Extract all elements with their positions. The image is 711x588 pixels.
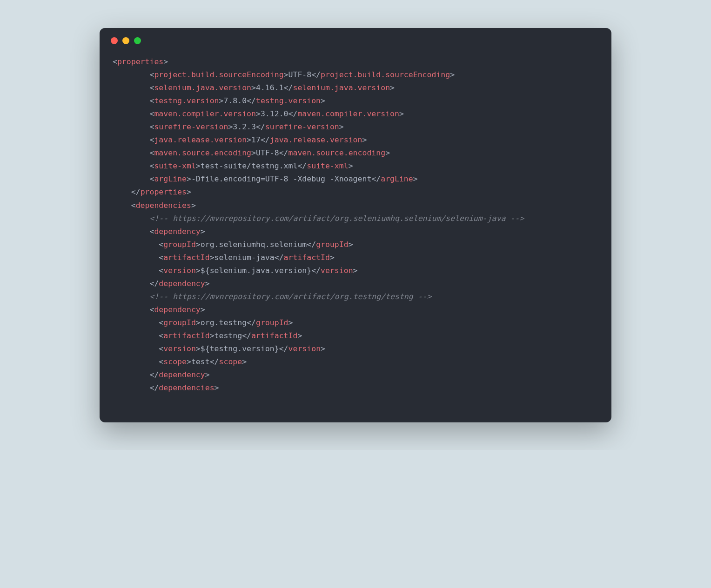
window-titlebar [100, 28, 611, 48]
code-window: <properties> <project.build.sourceEncodi… [100, 28, 611, 422]
maximize-button[interactable] [134, 37, 141, 44]
minimize-button[interactable] [122, 37, 129, 44]
code-block: <properties> <project.build.sourceEncodi… [100, 48, 611, 422]
close-button[interactable] [111, 37, 118, 44]
